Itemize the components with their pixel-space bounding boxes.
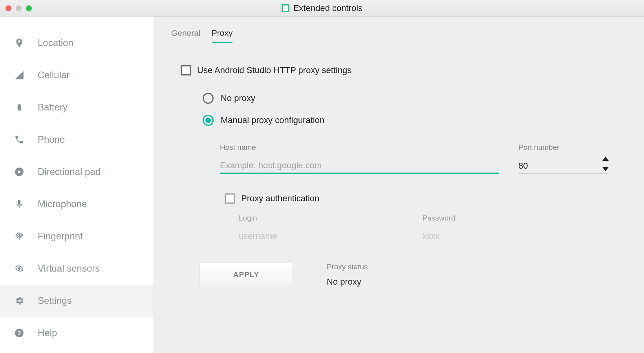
app-icon (282, 4, 289, 12)
cellular-signal-icon (13, 69, 25, 81)
tab-proxy[interactable]: Proxy (212, 28, 233, 43)
sidebar-item-location[interactable]: Location (0, 27, 154, 59)
phone-icon (13, 134, 25, 145)
window-minimize-button[interactable] (16, 5, 22, 11)
proxy-auth-row[interactable]: Proxy authentication (225, 193, 627, 204)
battery-icon (13, 101, 25, 113)
directional-pad-icon (13, 166, 25, 178)
port-number-input[interactable] (518, 158, 609, 174)
sidebar-item-label: Help (38, 327, 57, 338)
proxy-auth-label: Proxy authentication (241, 193, 319, 204)
help-icon: ? (13, 327, 25, 339)
use-studio-proxy-row[interactable]: Use Android Studio HTTP proxy settings (181, 65, 627, 75)
sidebar-item-label: Location (38, 37, 73, 48)
tab-general[interactable]: General (171, 28, 201, 43)
window-maximize-button[interactable] (26, 5, 32, 11)
sidebar-item-microphone[interactable]: Microphone (0, 188, 154, 220)
proxy-mode-none[interactable]: No proxy (203, 87, 627, 109)
proxy-status-value: No proxy (327, 277, 368, 287)
sidebar-item-label: Cellular (38, 70, 70, 81)
sidebar-item-label: Phone (38, 134, 65, 145)
port-number-field: Port number (518, 143, 609, 174)
fingerprint-icon (13, 230, 25, 242)
radio-icon (203, 115, 214, 126)
password-input[interactable]: xxxx (423, 231, 455, 241)
svg-point-2 (18, 267, 21, 270)
port-stepper (602, 156, 609, 171)
port-step-down-icon[interactable] (602, 167, 609, 171)
password-label: Password (423, 214, 455, 222)
port-step-up-icon[interactable] (602, 156, 609, 161)
sensors-icon (13, 263, 25, 274)
gear-icon (13, 295, 25, 307)
login-field: Login username (239, 214, 277, 241)
sidebar-item-battery[interactable]: Battery (0, 91, 154, 123)
proxy-mode-manual[interactable]: Manual proxy configuration (203, 109, 627, 131)
sidebar-item-directional-pad[interactable]: Directional pad (0, 156, 154, 188)
login-label: Login (239, 214, 277, 222)
radio-icon (203, 93, 214, 104)
window-title-group: Extended controls (282, 3, 362, 13)
host-name-input[interactable] (220, 158, 499, 174)
sidebar-item-label: Battery (38, 102, 68, 113)
sidebar-item-label: Directional pad (38, 166, 101, 177)
sidebar-item-settings[interactable]: Settings (0, 285, 154, 317)
sidebar: Location Cellular Battery Phone Directio (0, 17, 154, 353)
use-studio-proxy-checkbox[interactable] (181, 65, 191, 75)
sidebar-item-label: Settings (38, 295, 72, 306)
settings-panel: General Proxy Use Android Studio HTTP pr… (154, 17, 644, 353)
proxy-status: Proxy status No proxy (327, 263, 368, 287)
svg-point-1 (18, 171, 21, 173)
apply-button[interactable]: APPLY (199, 263, 293, 287)
sidebar-item-help[interactable]: ? Help (0, 317, 154, 349)
radio-label: No proxy (221, 93, 255, 103)
proxy-mode-group: No proxy Manual proxy configuration (203, 87, 627, 131)
sidebar-item-fingerprint[interactable]: Fingerprint (0, 220, 154, 252)
svg-text:?: ? (17, 329, 21, 336)
proxy-auth-checkbox[interactable] (225, 193, 235, 204)
port-number-label: Port number (518, 143, 609, 152)
window-title: Extended controls (293, 3, 362, 13)
location-pin-icon (13, 37, 25, 49)
sidebar-item-label: Virtual sensors (38, 263, 100, 274)
host-name-label: Host name (220, 143, 499, 152)
window-close-button[interactable] (5, 5, 11, 11)
sidebar-item-cellular[interactable]: Cellular (0, 59, 154, 91)
sidebar-item-label: Microphone (38, 199, 87, 210)
sidebar-item-phone[interactable]: Phone (0, 123, 154, 156)
microphone-icon (13, 198, 25, 210)
title-bar: Extended controls (0, 0, 644, 17)
login-input[interactable]: username (239, 231, 277, 241)
sidebar-item-label: Fingerprint (38, 231, 83, 242)
host-name-field: Host name (220, 143, 499, 174)
proxy-status-label: Proxy status (327, 263, 368, 271)
use-studio-proxy-label: Use Android Studio HTTP proxy settings (197, 65, 351, 75)
settings-tabs: General Proxy (171, 28, 627, 43)
radio-label: Manual proxy configuration (221, 115, 324, 125)
sidebar-item-virtual-sensors[interactable]: Virtual sensors (0, 252, 154, 285)
password-field: Password xxxx (423, 214, 455, 241)
window-controls (5, 5, 32, 11)
